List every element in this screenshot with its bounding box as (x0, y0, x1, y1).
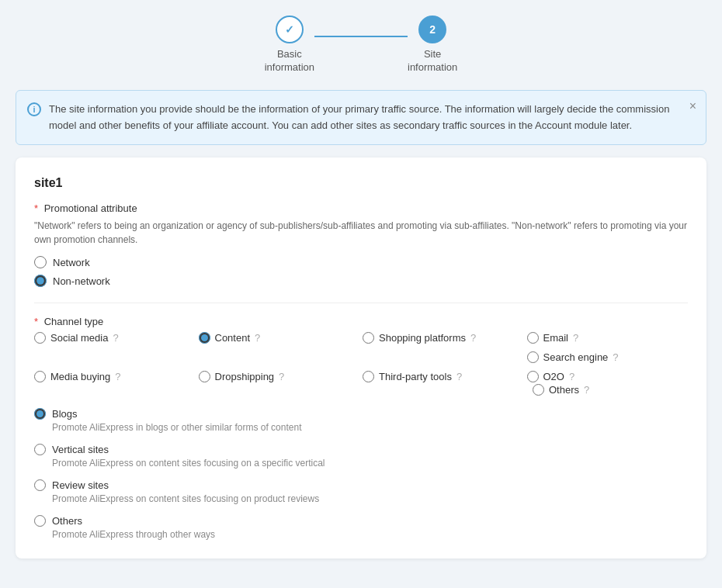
sub-option-review-sites-label: Review sites (52, 479, 109, 491)
channel-third-party-label: Third-party tools (379, 371, 452, 382)
sub-option-others-sub-desc: Promote AliExpress through other ways (52, 529, 688, 540)
content-sub-options: Blogs Promote AliExpress in blogs or oth… (34, 408, 688, 540)
required-star: * (34, 202, 38, 214)
sub-option-blogs: Blogs Promote AliExpress in blogs or oth… (34, 408, 688, 433)
channel-o2o-label: O2O (543, 371, 564, 382)
channel-email-label: Email (543, 332, 569, 344)
sub-option-vertical-sites-header: Vertical sites (34, 444, 688, 455)
email-help-icon[interactable]: ? (573, 332, 578, 344)
promo-nonnetwork-label: Non-network (53, 275, 110, 287)
channel-shopping-radio[interactable] (363, 332, 374, 344)
sub-option-blogs-header: Blogs (34, 408, 688, 420)
channel-email-radio[interactable] (527, 332, 539, 344)
sub-option-blogs-label: Blogs (52, 408, 78, 420)
search-engine-help-icon[interactable]: ? (613, 351, 618, 363)
step-circle-basic: ✓ (276, 16, 304, 43)
step-connector (314, 36, 408, 37)
content-help-icon[interactable]: ? (255, 332, 260, 344)
third-party-help-icon[interactable]: ? (456, 371, 462, 382)
channel-social-media[interactable]: Social media ? (34, 332, 196, 344)
channel-label: * Channel type (34, 316, 688, 327)
sub-option-review-sites-header: Review sites (34, 479, 688, 491)
sub-option-others-sub-label: Others (52, 515, 82, 527)
channel-o2o-radio[interactable] (527, 371, 539, 382)
shopping-help-icon[interactable]: ? (470, 332, 476, 344)
sub-option-blogs-desc: Promote AliExpress in blogs or other sim… (52, 422, 688, 433)
others-help-icon[interactable]: ? (584, 384, 589, 396)
step-label-basic: Basic information (265, 48, 314, 74)
step-basic: ✓ Basic information (265, 16, 314, 74)
sub-option-vertical-sites: Vertical sites Promote AliExpress on con… (34, 444, 688, 469)
channel-content-radio[interactable] (199, 332, 210, 344)
promo-network-option[interactable]: Network (34, 256, 688, 268)
promo-description: "Network" refers to being an organizatio… (34, 219, 688, 247)
sub-option-review-sites-radio[interactable] (34, 479, 46, 491)
sub-option-others-sub: Others Promote AliExpress through other … (34, 515, 688, 540)
channel-media-buying[interactable]: Media buying ? (34, 371, 196, 382)
info-icon: i (27, 102, 41, 116)
channel-email[interactable]: Email ? (527, 332, 689, 344)
sub-option-vertical-sites-desc: Promote AliExpress on content sites focu… (52, 458, 688, 469)
channel-o2o[interactable]: O2O ? (527, 371, 689, 382)
step-circle-site: 2 (418, 16, 446, 43)
channel-social-media-label: Social media (50, 332, 108, 344)
channel-content-label: Content (215, 332, 251, 344)
channel-search-engine-label: Search engine (543, 351, 609, 363)
promo-radio-group: Network Non-network (34, 256, 688, 287)
site-title: site1 (34, 176, 688, 190)
sub-option-others-sub-radio[interactable] (34, 515, 46, 527)
sub-option-others-sub-header: Others (34, 515, 688, 527)
channel-third-party[interactable]: Third-party tools ? (363, 371, 524, 382)
stepper: ✓ Basic information 2 Site information (16, 16, 706, 74)
sub-option-vertical-sites-radio[interactable] (34, 444, 46, 455)
social-media-help-icon[interactable]: ? (113, 332, 118, 344)
channel-dropshipping[interactable]: Dropshipping ? (199, 371, 360, 382)
step-site: 2 Site information (408, 16, 457, 74)
channel-shopping-label: Shopping platforms (379, 332, 466, 344)
channel-dropshipping-label: Dropshipping (215, 371, 275, 382)
channel-media-buying-radio[interactable] (34, 371, 46, 382)
channel-media-buying-label: Media buying (50, 371, 110, 382)
channel-others-label: Others (549, 384, 579, 396)
sub-option-review-sites-desc: Promote AliExpress on content sites focu… (52, 493, 688, 504)
info-banner: i The site information you provide shoul… (16, 90, 706, 146)
channel-search-engine-radio[interactable] (527, 351, 539, 363)
banner-text: The site information you provide should … (49, 102, 675, 134)
close-banner-button[interactable]: × (689, 100, 696, 112)
promo-network-label: Network (53, 257, 90, 268)
sub-option-vertical-sites-label: Vertical sites (52, 444, 109, 455)
channel-others-radio[interactable] (533, 384, 544, 396)
channel-social-media-radio[interactable] (34, 332, 46, 344)
media-buying-help-icon[interactable]: ? (115, 371, 120, 382)
promo-network-radio[interactable] (34, 256, 47, 268)
step-label-site: Site information (408, 48, 457, 74)
promo-label: * Promotional attribute (34, 202, 688, 214)
channel-search-engine[interactable]: Search engine ? (527, 351, 689, 363)
channel-third-party-radio[interactable] (363, 371, 374, 382)
channel-grid: Social media ? Content ? Shopping platfo… (34, 332, 688, 382)
dropshipping-help-icon[interactable]: ? (279, 371, 284, 382)
promo-nonnetwork-option[interactable]: Non-network (34, 275, 688, 287)
channel-dropshipping-radio[interactable] (199, 371, 210, 382)
sub-option-review-sites: Review sites Promote AliExpress on conte… (34, 479, 688, 504)
channel-content[interactable]: Content ? (199, 332, 360, 344)
channel-others[interactable]: Others ? (533, 384, 688, 396)
main-card: site1 * Promotional attribute "Network" … (16, 157, 706, 559)
o2o-help-icon[interactable]: ? (569, 371, 574, 382)
channel-shopping[interactable]: Shopping platforms ? (363, 332, 524, 344)
sub-option-blogs-radio[interactable] (34, 408, 46, 420)
promo-nonnetwork-radio[interactable] (34, 275, 47, 287)
required-star-2: * (34, 316, 38, 327)
divider-1 (34, 303, 688, 303)
